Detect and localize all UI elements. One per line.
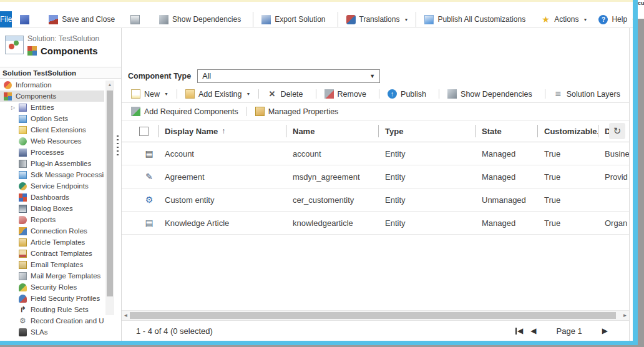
sidebar-item[interactable]: Dashboards [0,192,104,203]
sidebar-item[interactable]: Dialog Boxes [0,203,104,214]
column-header-type[interactable]: Type [378,125,475,137]
grid-toolbar-button[interactable]: Remove [316,89,378,99]
grid-toolbar-button[interactable]: Show Dependencies [439,89,543,99]
toolbar-button[interactable]: Export Solution [253,12,335,27]
cell-display-name[interactable]: Account [158,149,286,159]
sidebar-item[interactable]: Web Resources [0,135,104,147]
show-dependencies-icon [159,15,168,24]
sidebar-item[interactable]: Reports [0,214,104,225]
table-row[interactable]: ✎ Agreement msdyn_agreement Entity Manag… [122,165,629,188]
first-page-button[interactable]: ◀ [512,326,527,335]
sidebar-item[interactable]: ⚙ Record Creation and U... [0,315,104,326]
sidebar-item[interactable]: ▷ Entities [0,102,104,113]
table-row[interactable]: ▤ Knowledge Article knowledgearticle Ent… [122,212,629,235]
reports-icon [19,216,27,224]
help-label: Help [612,15,627,24]
horizontal-scrollbar-thumb[interactable] [130,312,616,319]
sidebar-item[interactable]: Sdk Message Processin... [0,169,104,180]
scroll-left-arrow-icon[interactable]: ◄ [122,313,130,318]
sidebar-item[interactable]: Article Templates [0,237,104,248]
sidebar-item[interactable]: ↱ Routing Rule Sets [0,304,104,315]
sidebar-item-label: Security Roles [31,283,77,291]
table-row[interactable]: ▤ Account account Entity Managed True Bu… [122,142,629,165]
grid-toolbar-button[interactable]: ≡ Solution Layers [545,89,631,99]
cell-customizable: True [537,218,598,228]
security-roles-icon [19,283,27,291]
sidebar-item[interactable]: Plug-in Assemblies [0,158,104,169]
plug-in-assemblies-icon [19,160,27,168]
grid-toolbar-button[interactable]: New ▼ [125,89,175,99]
column-header-state[interactable]: State [475,125,537,137]
toolbar-button[interactable]: Publish All Customizations [416,12,535,27]
sidebar-item[interactable]: SLAs [0,326,104,338]
sidebar-item[interactable]: Information [0,79,104,90]
column-header-name[interactable]: Name [286,125,378,137]
sidebar-item-label: SLAs [31,328,48,336]
sidebar-item[interactable]: Client Extensions [0,124,104,135]
file-tab[interactable]: File [0,11,12,27]
sidebar-item[interactable]: Field Security Profiles [0,293,104,304]
grid-toolbar-row-1: New ▼ Add Existing ▼ ✕ Delete Remove [122,86,629,103]
sidebar-item[interactable]: Processes [0,147,104,158]
grid-toolbar-label: Show Dependencies [461,90,532,99]
background-fragment: cu [638,0,644,19]
toolbar-button[interactable]: Translations ▼ [338,12,414,27]
expander-icon[interactable]: ▷ [11,105,19,110]
managed-properties-icon [255,107,265,116]
sidebar-item-label: Record Creation and U... [31,317,104,325]
grid-toolbar-button[interactable]: Managed Properties [246,107,345,116]
previous-page-button[interactable]: ◀ [527,326,540,335]
select-all-checkbox[interactable] [139,127,149,136]
refresh-icon[interactable]: ↻ [609,123,625,139]
dashboards-icon [19,193,27,202]
next-page-button[interactable]: ▶ [598,326,612,335]
toolbar-button[interactable] [14,12,43,27]
grid-toolbar-label: Delete [280,90,303,99]
grid-toolbar-label: Solution Layers [567,90,620,99]
grid-toolbar-button[interactable]: Add Required Components [125,107,245,116]
sidebar-resize-gripper[interactable] [117,135,119,157]
cell-display-name[interactable]: Agreement [158,172,286,182]
sidebar-item-label: Processes [31,149,64,156]
sidebar-item-label: Mail Merge Templates [31,272,100,280]
sidebar-item[interactable]: Components [0,90,104,102]
column-header-display-name[interactable]: Display Name ↑ [158,125,286,137]
delete-icon: ✕ [267,89,276,99]
toolbar-button[interactable]: Save and Close [43,12,125,27]
scroll-right-arrow-icon[interactable]: ► [621,313,629,318]
component-type-select[interactable]: All ▼ [197,69,380,83]
horizontal-scrollbar[interactable]: ◄ ► [122,310,629,320]
solution-label: Solution: TestSolution [27,34,99,43]
grid-toolbar-button[interactable]: ✕ Delete [258,89,313,99]
sidebar-item[interactable]: Option Sets [0,113,104,124]
sidebar-scrollbar[interactable]: ▲ [105,81,114,315]
record-creation-icon: ⚙ [19,317,27,325]
sidebar-item[interactable]: Contract Templates [0,248,104,259]
sidebar-item[interactable]: Security Roles [0,281,104,293]
routing-rule-sets-icon: ↱ [19,306,27,314]
contract-templates-icon [19,250,27,258]
toolbar-button[interactable] [125,12,154,27]
sidebar-scrollbar-thumb[interactable] [107,90,113,296]
cell-type: Entity [378,218,475,228]
sidebar-item[interactable]: Service Endpoints [0,180,104,192]
sidebar-item[interactable]: Mail Merge Templates [0,270,104,281]
top-toolbar-items: Save and Close Show Dependencies [14,11,644,27]
toolbar-button-label: Save and Close [62,15,115,24]
sidebar-item-label: Reports [31,216,56,223]
grid-toolbar-button[interactable]: Add Existing ▼ [177,89,256,99]
toolbar-button[interactable]: Show Dependencies [154,12,251,27]
cell-description: Provid [598,172,629,182]
row-icon-cell: ⚙ [122,195,158,205]
column-header-customizable[interactable]: Customizable... [537,125,598,137]
cell-display-name[interactable]: Custom entity [158,195,286,205]
toolbar-button[interactable]: ★ Actions ▼ [535,12,593,27]
sidebar-item[interactable]: Connection Roles [0,225,104,237]
sidebar-item[interactable]: Email Templates [0,259,104,270]
cell-display-name[interactable]: Knowledge Article [158,218,286,228]
scroll-up-arrow-icon[interactable]: ▲ [105,81,114,89]
table-row[interactable]: ⚙ Custom entity cer_customentity Entity … [122,188,629,212]
publish-icon: ↑ [388,89,397,99]
grid-toolbar-button[interactable]: ↑ Publish [379,89,437,99]
show-dependencies-grid-icon [447,89,457,99]
